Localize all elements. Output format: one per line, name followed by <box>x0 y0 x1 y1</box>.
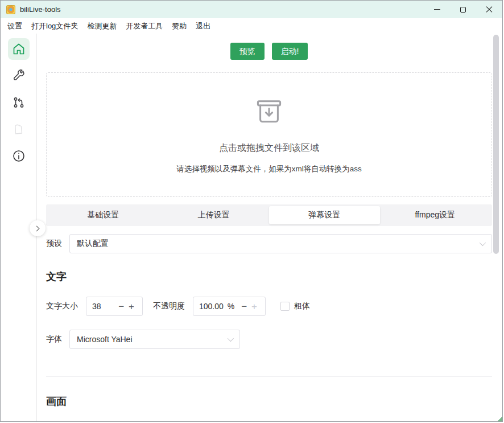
opacity-input[interactable]: 100.00 % − + <box>193 297 266 316</box>
dropzone-hint: 请选择视频以及弹幕文件，如果为xml将自动转换为ass <box>176 164 362 174</box>
font-size-label: 文字大小 <box>46 301 78 311</box>
sidebar-item-about[interactable] <box>8 145 30 167</box>
clip-icon <box>11 122 26 137</box>
settings-tabs: 基础设置 上传设置 弹幕设置 ffmpeg设置 <box>46 204 492 226</box>
sidebar-item-pipeline[interactable] <box>8 92 30 113</box>
home-icon <box>12 42 26 56</box>
dropzone-title: 点击或拖拽文件到该区域 <box>219 142 319 154</box>
font-family-label: 字体 <box>46 334 62 344</box>
window-controls <box>424 1 502 18</box>
tab-basic-settings[interactable]: 基础设置 <box>48 206 159 224</box>
close-button[interactable] <box>476 1 502 18</box>
plus-stepper-icon[interactable]: + <box>126 302 137 311</box>
sidebar-item-clip[interactable] <box>8 118 30 140</box>
tab-danmu-settings[interactable]: 弹幕设置 <box>269 206 380 224</box>
resize-grip-icon[interactable] <box>497 416 502 421</box>
minimize-button[interactable] <box>424 1 450 18</box>
font-family-select[interactable]: Microsoft YaHei <box>69 330 240 349</box>
section-divider <box>46 376 492 377</box>
menu-item-open-log-folder[interactable]: 打开log文件夹 <box>27 19 82 33</box>
chevron-right-icon <box>34 225 40 231</box>
titlebar: biliLive-tools <box>1 1 502 18</box>
preset-label: 预设 <box>46 239 62 249</box>
minus-stepper-icon[interactable]: − <box>239 302 249 311</box>
menu-item-settings[interactable]: 设置 <box>3 19 27 33</box>
sidebar-collapse-toggle[interactable] <box>30 220 46 236</box>
menu-item-exit[interactable]: 退出 <box>191 19 215 33</box>
preset-row: 预设 默认配置 <box>46 234 492 253</box>
maximize-icon <box>460 7 466 13</box>
menu-item-check-update[interactable]: 检测更新 <box>82 19 121 33</box>
sidebar-item-home[interactable] <box>8 38 30 60</box>
opacity-unit: % <box>228 302 234 311</box>
vertical-scrollbar[interactable] <box>493 35 499 254</box>
chevron-down-icon <box>228 335 234 342</box>
menu-item-devtools[interactable]: 开发者工具 <box>121 19 167 33</box>
tab-upload-settings[interactable]: 上传设置 <box>159 206 270 224</box>
file-dropzone[interactable]: 点击或拖拽文件到该区域 请选择视频以及弹幕文件，如果为xml将自动转换为ass <box>46 72 492 197</box>
inbox-download-icon <box>253 96 285 130</box>
font-row: 字体 Microsoft YaHei <box>46 330 492 349</box>
sidebar-item-tools[interactable] <box>8 65 30 87</box>
wrench-icon <box>12 69 26 83</box>
window-title: biliLive-tools <box>20 5 61 14</box>
close-icon <box>486 6 493 13</box>
start-button[interactable]: 启动! <box>272 43 308 60</box>
minimize-icon <box>434 9 440 10</box>
font-size-value: 38 <box>92 302 116 311</box>
preview-button[interactable]: 预览 <box>230 43 265 60</box>
plus-stepper-icon[interactable]: + <box>249 302 259 311</box>
preset-select[interactable]: 默认配置 <box>69 234 492 253</box>
maximize-button[interactable] <box>450 1 476 18</box>
app-icon <box>6 5 15 14</box>
preset-select-value: 默认配置 <box>77 239 109 249</box>
bold-checkbox[interactable] <box>280 302 290 311</box>
minus-stepper-icon[interactable]: − <box>116 302 126 311</box>
menu-item-sponsor[interactable]: 赞助 <box>167 19 191 33</box>
menubar: 设置 打开log文件夹 检测更新 开发者工具 赞助 退出 <box>1 18 502 34</box>
section-heading-text: 文字 <box>46 270 492 284</box>
text-fields-row: 文字大小 38 − + 不透明度 100.00 % − + 粗体 <box>46 297 492 316</box>
tab-ffmpeg-settings[interactable]: ffmpeg设置 <box>380 206 491 224</box>
opacity-label: 不透明度 <box>153 301 185 311</box>
opacity-value: 100.00 <box>199 302 228 311</box>
section-heading-screen: 画面 <box>46 395 492 408</box>
app-window: biliLive-tools 设置 打开log文件夹 检测更新 开发者工具 赞助… <box>0 0 503 422</box>
bold-checkbox-label: 粗体 <box>294 301 310 311</box>
chevron-down-icon <box>480 240 486 246</box>
info-icon <box>12 149 26 163</box>
actions-row: 预览 启动! <box>46 43 492 60</box>
git-pull-request-icon <box>12 96 26 109</box>
main-content: 预览 启动! 点击或拖拽文件到该区域 请选择视频以及弹幕文件，如果为xml将自动… <box>38 34 502 421</box>
font-family-value: Microsoft YaHei <box>77 335 133 344</box>
font-size-input[interactable]: 38 − + <box>86 297 143 316</box>
